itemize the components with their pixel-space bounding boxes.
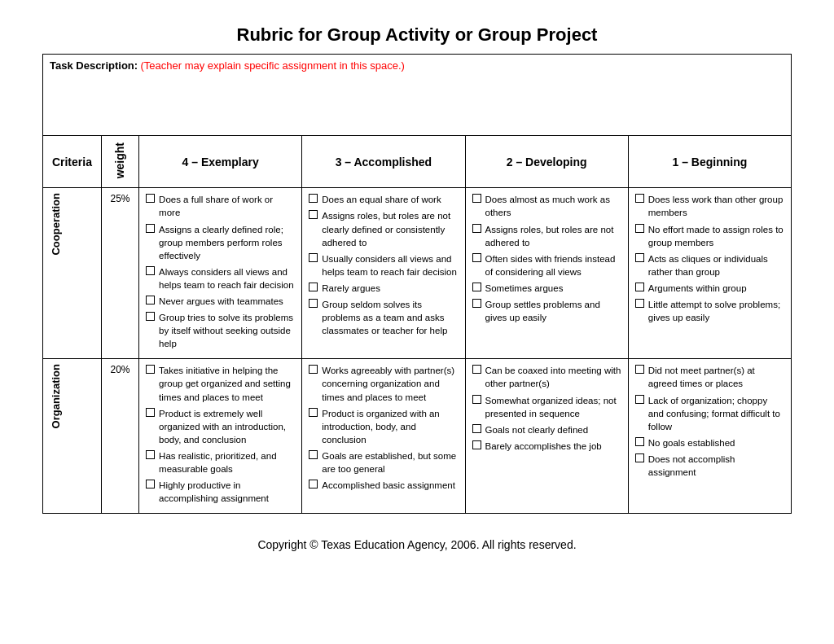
header-row: Criteria weight 4 – Exemplary 3 – Accomp…	[43, 136, 792, 188]
list-item-text: Works agreeably with partner(s) concerni…	[322, 364, 458, 403]
checkbox-icon	[146, 408, 155, 417]
list-item: Did not meet partner(s) at agreed times …	[635, 364, 784, 390]
checkbox-icon	[146, 266, 155, 275]
list-item: Barely accomplishes the job	[472, 440, 621, 453]
list-item: Sometimes argues	[472, 282, 621, 295]
checkbox-icon	[146, 296, 155, 304]
checkbox-icon	[635, 437, 644, 446]
list-item-text: Acts as cliques or individuals rather th…	[648, 252, 784, 278]
list-item-text: Assigns a clearly defined role; group me…	[159, 223, 295, 262]
list-item-text: Does not accomplish assignment	[648, 453, 784, 479]
checkbox-icon	[635, 283, 644, 291]
header-weight: weight	[101, 136, 138, 188]
checkbox-icon	[635, 253, 644, 262]
list-item-text: Does an equal share of work	[322, 193, 441, 206]
list-item: Accomplished basic assignment	[309, 479, 458, 492]
checkbox-icon	[472, 283, 481, 291]
rubric-table: Task Description: (Teacher may explain s…	[42, 54, 792, 514]
task-description-text: (Teacher may explain specific assignment…	[140, 59, 404, 72]
checkbox-icon	[472, 253, 481, 262]
list-item-text: Highly productive in accomplishing assig…	[159, 479, 295, 505]
list-item: No effort made to assign roles to group …	[635, 223, 784, 249]
list-item-text: Usually considers all views and helps te…	[322, 252, 458, 278]
list-item-text: Little attempt to solve problems; gives …	[648, 298, 784, 324]
list-item: Does not accomplish assignment	[635, 453, 784, 479]
page-title: Rubric for Group Activity or Group Proje…	[237, 24, 598, 46]
checkbox-icon	[309, 450, 318, 459]
checkbox-icon	[472, 299, 481, 308]
list-item-text: Barely accomplishes the job	[485, 440, 602, 453]
checkbox-icon	[635, 224, 644, 233]
list-item: Group tries to solve its problems by its…	[146, 311, 295, 350]
checkbox-icon	[309, 365, 318, 374]
checkbox-icon	[309, 408, 318, 417]
list-item: Has realistic, prioritized, and measurab…	[146, 449, 295, 475]
list-item: Assigns roles, but roles are not clearly…	[309, 209, 458, 248]
list-item-text: Often sides with friends instead of cons…	[485, 252, 621, 278]
list-item: Arguments within group	[635, 282, 784, 295]
list-item-text: Product is extremely well organized with…	[159, 407, 295, 446]
score-cell-col2: Does almost as much work as othersAssign…	[465, 188, 628, 359]
list-item-text: Lack of organization; choppy and confusi…	[648, 394, 784, 433]
checkbox-icon	[635, 453, 644, 462]
list-item-text: Has realistic, prioritized, and measurab…	[159, 449, 295, 475]
score-cell-col1: Does less work than other group membersN…	[628, 188, 791, 359]
list-item: Lack of organization; choppy and confusi…	[635, 394, 784, 433]
checkbox-icon	[472, 424, 481, 433]
list-item: Product is extremely well organized with…	[146, 407, 295, 446]
checkbox-icon	[146, 450, 155, 459]
checkbox-icon	[309, 480, 318, 488]
list-item: Usually considers all views and helps te…	[309, 252, 458, 278]
list-item: Acts as cliques or individuals rather th…	[635, 252, 784, 278]
list-item-text: Arguments within group	[648, 282, 747, 295]
checkbox-icon	[635, 194, 644, 203]
list-item-text: Group seldom solves its problems as a te…	[322, 298, 458, 337]
checkbox-icon	[309, 210, 318, 219]
list-item-text: Group settles problems and gives up easi…	[485, 298, 621, 324]
list-item-text: Goals not clearly defined	[485, 423, 589, 436]
list-item-text: Somewhat organized ideas; not presented …	[485, 394, 621, 420]
list-item-text: Sometimes argues	[485, 282, 564, 295]
list-item: Does almost as much work as others	[472, 193, 621, 219]
list-item-text: Assigns roles, but roles are not adhered…	[485, 223, 621, 249]
list-item-text: Did not meet partner(s) at agreed times …	[648, 364, 784, 390]
checkbox-icon	[472, 365, 481, 374]
list-item-text: Always considers all views and helps tea…	[159, 265, 295, 291]
checkbox-icon	[146, 365, 155, 374]
weight-label: weight	[113, 142, 126, 178]
list-item: Assigns a clearly defined role; group me…	[146, 223, 295, 262]
checkbox-icon	[635, 395, 644, 404]
list-item: Group settles problems and gives up easi…	[472, 298, 621, 324]
list-item-text: Does almost as much work as others	[485, 193, 621, 219]
list-item: Always considers all views and helps tea…	[146, 265, 295, 291]
criteria-cell: Organization	[43, 359, 102, 514]
list-item-text: Does less work than other group members	[648, 193, 784, 219]
list-item-text: No effort made to assign roles to group …	[648, 223, 784, 249]
footer-text: Copyright © Texas Education Agency, 2006…	[257, 538, 576, 551]
score-cell-col4: Takes initiative in helping the group ge…	[139, 359, 302, 514]
weight-cell: 20%	[101, 359, 138, 514]
header-criteria: Criteria	[43, 136, 102, 188]
list-item: Never argues with teammates	[146, 295, 295, 308]
list-item-text: Never argues with teammates	[159, 295, 283, 308]
score-cell-col3: Works agreeably with partner(s) concerni…	[302, 359, 465, 514]
checkbox-icon	[472, 440, 481, 449]
list-item: Rarely argues	[309, 282, 458, 295]
list-item: Does less work than other group members	[635, 193, 784, 219]
list-item: Somewhat organized ideas; not presented …	[472, 394, 621, 420]
list-item: Goals not clearly defined	[472, 423, 621, 436]
list-item-text: Rarely argues	[322, 282, 380, 295]
list-item: Little attempt to solve problems; gives …	[635, 298, 784, 324]
list-item-text: No goals established	[648, 436, 735, 449]
list-item: Product is organized with an introductio…	[309, 407, 458, 446]
list-item: Works agreeably with partner(s) concerni…	[309, 364, 458, 403]
list-item-text: Group tries to solve its problems by its…	[159, 311, 295, 350]
table-row: Organization20%Takes initiative in helpi…	[43, 359, 792, 514]
list-item-text: Can be coaxed into meeting with other pa…	[485, 364, 621, 390]
list-item: No goals established	[635, 436, 784, 449]
header-col3: 3 – Accomplished	[302, 136, 465, 188]
list-item-text: Takes initiative in helping the group ge…	[159, 364, 295, 403]
list-item-text: Accomplished basic assignment	[322, 479, 455, 492]
checkbox-icon	[635, 365, 644, 374]
list-item: Group seldom solves its problems as a te…	[309, 298, 458, 337]
